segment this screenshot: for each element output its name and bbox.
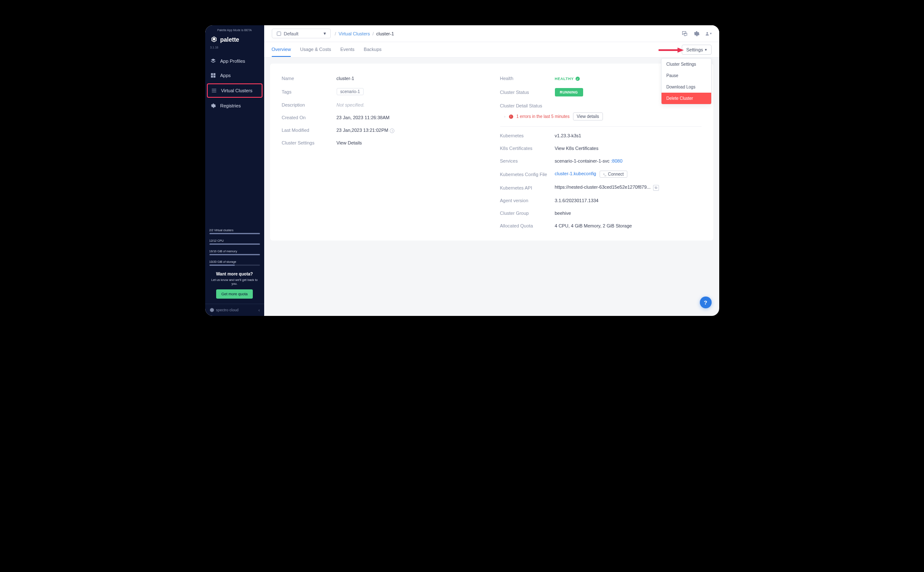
get-more-quota-button[interactable]: Get more quota (216, 289, 253, 299)
health-badge: HEALTHY✓ (555, 77, 580, 81)
error-row: › ! 1 errors in the last 5 minutes View … (500, 110, 702, 127)
connect-button[interactable]: ›_Connect (600, 171, 627, 178)
menu-delete-cluster[interactable]: Delete Cluster (662, 93, 711, 104)
kubeconfig-link[interactable]: cluster-1.kubeconfig (555, 171, 596, 176)
nav-registries[interactable]: Registries (205, 99, 264, 113)
menu-cluster-settings[interactable]: Cluster Settings (662, 59, 711, 70)
sidebar: Palette App Mode is BETA palette 3.1.18 … (205, 25, 264, 316)
nav-virtual-clusters[interactable]: Virtual Clusters (207, 83, 262, 98)
field-key: Allocated Quota (500, 223, 555, 228)
list-icon (211, 88, 217, 94)
quota-item: 16/16 GiB of memory (205, 247, 264, 258)
cluster-group: beehive (555, 211, 702, 216)
nav-app-profiles[interactable]: App Profiles (205, 54, 264, 68)
field-key: Kubernetes (500, 133, 555, 138)
topbar-icons: ▾ (681, 30, 712, 37)
field-key: Description (282, 102, 337, 107)
chat-icon[interactable] (681, 30, 688, 37)
field-key: Last Modified (282, 128, 337, 133)
status-badge: RUNNING (555, 88, 583, 96)
view-details-button[interactable]: View details (573, 112, 603, 120)
spectro-icon (209, 307, 214, 313)
nav-label: App Profiles (220, 59, 245, 64)
field-key: Agent version (500, 198, 555, 203)
topbar: Default ▾ / Virtual Clusters / cluster-1… (264, 25, 719, 42)
breadcrumb: / Virtual Clusters / cluster-1 (335, 31, 394, 36)
field-key: Services (500, 158, 555, 163)
svg-rect-0 (277, 32, 281, 35)
info-icon[interactable]: i (390, 128, 394, 133)
tab-backups[interactable]: Backups (364, 43, 381, 57)
k8s-api: https://nested-cluster-63ced15e52e1270f8… (555, 184, 702, 191)
quota-list: 2/2 Virtual clusters12/12 CPU16/16 GiB o… (205, 226, 264, 268)
chevron-down-icon: ▾ (705, 48, 707, 52)
app-window: Palette App Mode is BETA palette 3.1.18 … (205, 25, 719, 316)
grid-icon (210, 72, 216, 78)
chevron-right-icon[interactable]: › (504, 115, 506, 119)
content: Namecluster-1 Tagsscenario-1 Description… (264, 58, 719, 316)
sidebar-footer: spectro cloud ‹ (205, 304, 264, 316)
k8s-version: v1.23.3-k3s1 (555, 133, 702, 138)
field-key: Name (282, 76, 337, 81)
nav-label: Apps (220, 73, 231, 78)
field-key: Kubernetes API (500, 185, 555, 190)
view-details-link[interactable]: View Details (337, 140, 483, 145)
quota-item: 2/2 Virtual clusters (205, 226, 264, 237)
gear-icon[interactable] (693, 30, 700, 37)
tabs-row: Overview Usage & Costs Events Backups Se… (264, 42, 719, 58)
quota-cta-title: Want more quota? (209, 272, 260, 276)
menu-pause[interactable]: Pause (662, 70, 711, 81)
service-port-link[interactable]: :8080 (611, 158, 623, 163)
project-icon (276, 31, 281, 36)
user-icon[interactable]: ▾ (705, 30, 712, 37)
brand-name: palette (220, 36, 239, 43)
nav-label: Virtual Clusters (221, 88, 252, 93)
breadcrumb-parent[interactable]: Virtual Clusters (339, 31, 370, 36)
arrow-annotation (659, 47, 684, 53)
error-msg: 1 errors in the last 5 minutes (517, 114, 570, 119)
company-label: spectro cloud (209, 307, 239, 313)
field-key: Kubernetes Config File (500, 172, 555, 177)
k8s-certs-link[interactable]: View K8s Certificates (555, 146, 702, 151)
tab-events[interactable]: Events (340, 43, 355, 57)
settings-menu: Cluster Settings Pause Download Logs Del… (661, 58, 712, 104)
quota-label: 2/2 Virtual clusters (209, 229, 260, 232)
quota-bar (209, 254, 260, 255)
breadcrumb-current: cluster-1 (376, 31, 394, 36)
nav-apps[interactable]: Apps (205, 68, 264, 83)
quota-label: 12/12 CPU (209, 239, 260, 242)
logo[interactable]: palette (205, 33, 264, 46)
tab-overview[interactable]: Overview (272, 43, 291, 57)
quota-label: 10/20 GiB of storage (209, 260, 260, 263)
project-select[interactable]: Default ▾ (272, 29, 331, 38)
quota-cta-sub: Let us know and we'll get back to you. (209, 278, 260, 286)
settings-button[interactable]: Settings ▾ (682, 45, 712, 55)
project-name: Default (284, 31, 299, 36)
field-key: Created On (282, 115, 337, 120)
quota-bar (209, 243, 260, 245)
created-on: 23 Jan, 2023 11:26:38AM (337, 115, 483, 120)
check-icon: ✓ (576, 77, 580, 81)
field-key: K8s Certificates (500, 146, 555, 151)
help-button[interactable]: ? (700, 297, 712, 308)
tab-usage[interactable]: Usage & Costs (300, 43, 331, 57)
collapse-sidebar-button[interactable]: ‹ (258, 308, 260, 313)
quota-bar (209, 265, 260, 266)
menu-download-logs[interactable]: Download Logs (662, 81, 711, 93)
tag-badge: scenario-1 (337, 88, 364, 95)
left-col: Namecluster-1 Tagsscenario-1 Description… (282, 72, 483, 232)
settings-wrap: Settings ▾ Cluster Settings Pause Downlo… (682, 42, 712, 57)
nav: App Profiles Apps Virtual Clusters Regis… (205, 54, 264, 113)
quota-item: 10/20 GiB of storage (205, 258, 264, 268)
overview-card: Namecluster-1 Tagsscenario-1 Description… (270, 64, 713, 241)
copy-icon[interactable]: ⧉ (653, 185, 659, 191)
field-key: Cluster Status (500, 90, 555, 95)
tabs: Overview Usage & Costs Events Backups (272, 43, 382, 57)
description: Not specified. (337, 102, 483, 107)
quota-item: 12/12 CPU (205, 237, 264, 247)
terminal-icon: ›_ (603, 172, 606, 176)
main: Default ▾ / Virtual Clusters / cluster-1… (264, 25, 719, 316)
kubeconfig: cluster-1.kubeconfig›_Connect (555, 171, 702, 178)
last-modified: 23 Jan,2023 13:21:02PMi (337, 128, 483, 133)
beta-label: Palette App Mode is BETA (205, 29, 264, 32)
